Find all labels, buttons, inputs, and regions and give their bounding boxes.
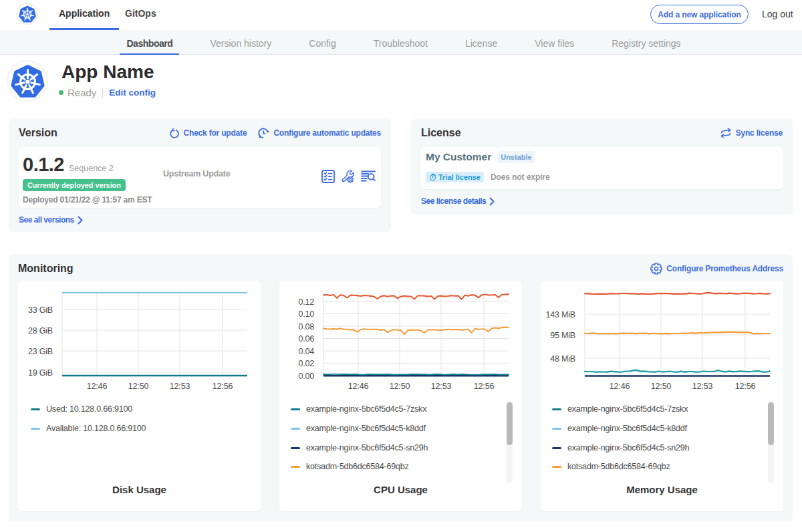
svg-text:143 MiB: 143 MiB <box>546 310 575 319</box>
svg-text:0.10: 0.10 <box>298 309 314 319</box>
svg-text:12:46: 12:46 <box>610 382 630 391</box>
svg-text:12:50: 12:50 <box>128 382 149 391</box>
svg-text:12:50: 12:50 <box>651 382 672 391</box>
svg-text:12:56: 12:56 <box>213 382 233 391</box>
svg-text:0.04: 0.04 <box>298 347 314 356</box>
svg-text:28 GiB: 28 GiB <box>28 326 53 336</box>
svg-text:12:53: 12:53 <box>170 382 190 391</box>
svg-text:12:56: 12:56 <box>474 382 495 391</box>
svg-text:0.02: 0.02 <box>298 359 314 368</box>
svg-text:95 MiB: 95 MiB <box>550 331 575 340</box>
svg-text:12:50: 12:50 <box>390 382 410 391</box>
svg-text:48 MiB: 48 MiB <box>550 354 575 364</box>
svg-text:23 GiB: 23 GiB <box>28 347 53 356</box>
svg-text:0.06: 0.06 <box>298 334 314 344</box>
svg-text:12:46: 12:46 <box>348 382 369 391</box>
svg-text:12:56: 12:56 <box>735 382 756 391</box>
svg-text:0.00: 0.00 <box>298 372 314 381</box>
svg-text:0.12: 0.12 <box>298 297 314 307</box>
svg-text:12:46: 12:46 <box>87 382 108 391</box>
svg-text:0.08: 0.08 <box>298 322 314 331</box>
svg-text:12:53: 12:53 <box>692 382 713 391</box>
svg-text:19 GiB: 19 GiB <box>28 368 53 378</box>
svg-text:33 GiB: 33 GiB <box>28 305 53 315</box>
svg-text:12:53: 12:53 <box>431 382 452 391</box>
